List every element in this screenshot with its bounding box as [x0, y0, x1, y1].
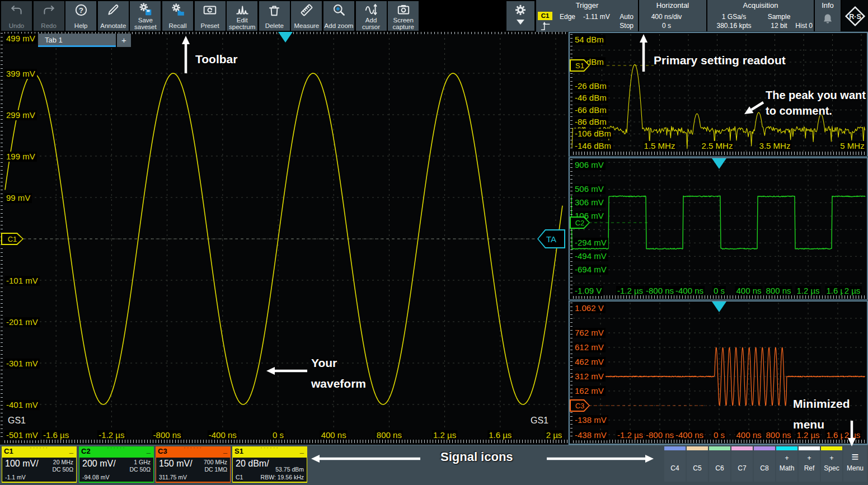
edit-spectrum-icon [235, 2, 250, 17]
signal-offset: -1.1 mV [5, 474, 26, 481]
trigger-title: Trigger [536, 1, 638, 10]
trigger-position-marker[interactable] [712, 302, 726, 312]
toolbar-button-label: Recall [169, 22, 187, 29]
bell-icon[interactable] [821, 12, 834, 26]
signal-scale: 20 dBm/ [236, 459, 269, 469]
signal-offset: 311.75 mV [159, 474, 187, 481]
y-axis-label: 312 mV [573, 371, 606, 382]
x-axis-label: -1.6 µs [42, 430, 70, 440]
x-axis-tick-strip [573, 440, 866, 443]
toolbar-button-screen-capture[interactable]: Screen capture [388, 1, 419, 31]
toolbar-button-recall[interactable]: Recall [162, 1, 193, 31]
x-axis-label: 800 ns [376, 430, 403, 440]
toolbar-button-undo[interactable]: Undo [1, 1, 32, 31]
channel-button-c7[interactable]: C7 [731, 446, 753, 482]
signal-icon-c2[interactable]: C2······_200 mV/1 GHz DC 50Ω-94.08 mV [79, 446, 154, 483]
toolbar-button-label: Annotate [100, 22, 126, 29]
redo-icon [41, 2, 56, 17]
toolbar-button-label: Screen capture [388, 17, 419, 30]
add-tab-button[interactable]: + [117, 34, 131, 47]
drag-handle-dots: ······ [2, 444, 77, 451]
acquisition-settings[interactable]: Acquisition 1 GSa/s 380.16 kpts Sample 1… [707, 0, 814, 32]
toolbar-button-edit-spectrum[interactable]: Edit spectrum [227, 1, 257, 31]
channel-color-strip [687, 446, 708, 450]
signal-icon-body: 150 mV/700 MHz DC 1MΩ311.75 mV [156, 458, 231, 483]
y-axis-label: 199 mV [4, 152, 37, 162]
chevron-down-icon [517, 20, 524, 29]
trigger-position-marker[interactable] [278, 32, 293, 43]
toolbar-button-measure[interactable]: Measure [291, 1, 322, 31]
x-axis-label: 800 ns [764, 430, 792, 440]
channel-button-c5[interactable]: C5 [687, 446, 708, 482]
y-axis-label: 506 mV [573, 184, 606, 194]
annotation-signal-icons: Signal icons [440, 449, 513, 465]
x-axis-label: -400 ns [674, 286, 705, 295]
toolbar-button-add-cursor[interactable]: Add cursor [356, 1, 387, 31]
toolbar-button-annotate[interactable]: Annotate [98, 1, 129, 31]
trigger-source-badge[interactable]: C1 [538, 12, 552, 20]
signal-icon-c3[interactable]: C3······_150 mV/700 MHz DC 1MΩ311.75 mV [156, 446, 231, 483]
svg-text:?: ? [79, 6, 83, 14]
c2-waveform-panel[interactable]: 906 mV506 mV306 mV106 mV-294 mV-494 mV-6… [569, 157, 868, 300]
toolbar-button-preset[interactable]: Preset [195, 1, 226, 31]
channel-button-spec[interactable]: +Spec [821, 446, 842, 482]
toolbar-settings-button[interactable] [506, 1, 534, 31]
minimize-icon[interactable]: _ [300, 446, 304, 454]
trigger-level-marker-label: TA [538, 230, 564, 247]
y-axis-label: -26 dBm [573, 81, 608, 91]
channel-button-math[interactable]: +Math [776, 446, 797, 482]
x-axis-label: 0 s [712, 286, 726, 295]
signal-icon-c1[interactable]: C1······_100 mV/20 MHz DC 50Ω-1.1 mV [2, 446, 77, 483]
y-axis-label: -494 mV [573, 251, 608, 261]
gate-label-right: GS1 [531, 416, 548, 426]
signal-offset: -94.08 mV [82, 474, 109, 481]
main-waveform-panel[interactable]: Tab 1 + GS1 GS1 499 mV399 mV299 mV199 mV… [0, 32, 569, 445]
channel-button-c4[interactable]: C4 [664, 446, 686, 482]
channel-button-ref[interactable]: +Ref [799, 446, 820, 482]
x-axis-label: -800 ns [152, 430, 182, 440]
hamburger-icon: ≡ [843, 451, 867, 463]
toolbar-button-label: Redo [41, 22, 57, 29]
signal-icon-header: C3······_ [156, 446, 231, 458]
y-axis-label: 906 mV [573, 160, 606, 170]
x-axis-label: 1.2 µs [795, 286, 820, 295]
x-axis-label: 0 s [271, 430, 285, 440]
recall-icon [171, 2, 185, 17]
toolbar-button-label: Add cursor [356, 17, 387, 30]
y-axis-label: 499 mV [4, 34, 37, 44]
trigger-position-marker[interactable] [712, 158, 726, 169]
signal-icon-header: S1······_ [232, 446, 307, 458]
channel-color-strip [754, 446, 775, 450]
minimize-icon[interactable]: _ [223, 446, 227, 454]
toolbar-button-save-saveset[interactable]: Save saveset [130, 1, 161, 31]
signal-icon-s1[interactable]: S1······_20 dBm/ 53.75 dBmC1RBW: 19.56 k… [232, 446, 307, 483]
y-axis-label: 762 mV [573, 328, 606, 338]
y-axis-label: -694 mV [573, 265, 608, 275]
c2-channel-marker-label: C2 [571, 218, 589, 228]
horizontal-settings[interactable]: Horizontal 400 ns/div 0 s [639, 0, 706, 32]
channel-button-c6[interactable]: C6 [709, 446, 730, 482]
channel-button-c8[interactable]: C8 [754, 446, 775, 482]
signal-bar: C1······_100 mV/20 MHz DC 50Ω-1.1 mVC2··… [0, 445, 868, 485]
signal-scale: 150 mV/ [159, 459, 193, 469]
trigger-settings[interactable]: Trigger C1 Edge -1.11 mV Auto Stop [536, 0, 638, 32]
y-axis-label: 462 mV [573, 357, 606, 367]
toolbar-button-label: Undo [9, 22, 25, 29]
minimize-icon[interactable]: _ [147, 446, 151, 454]
tab-tab1[interactable]: Tab 1 [38, 34, 116, 47]
channel-color-strip [664, 446, 686, 450]
toolbar-button-help[interactable]: ?Help [65, 1, 96, 31]
rising-edge-icon [539, 20, 552, 31]
minimize-icon[interactable]: _ [69, 446, 73, 454]
channel-button-label: C5 [687, 464, 708, 472]
y-axis-label: -1.09 V [573, 286, 603, 296]
toolbar-button-redo[interactable]: Redo [34, 1, 64, 31]
menu-button[interactable]: ≡Menu [843, 446, 867, 482]
trigger-level: -1.11 mV [583, 13, 610, 21]
toolbar-button-add-zoom[interactable]: Add zoom [323, 1, 354, 31]
x-axis-label: 5 MHz [839, 141, 865, 150]
info-section[interactable]: Info [815, 0, 841, 32]
toolbar-button-delete[interactable]: Delete [259, 1, 290, 31]
toolbar-button-label: Help [74, 22, 88, 29]
x-axis-label: 1.5 MHz [643, 141, 677, 150]
